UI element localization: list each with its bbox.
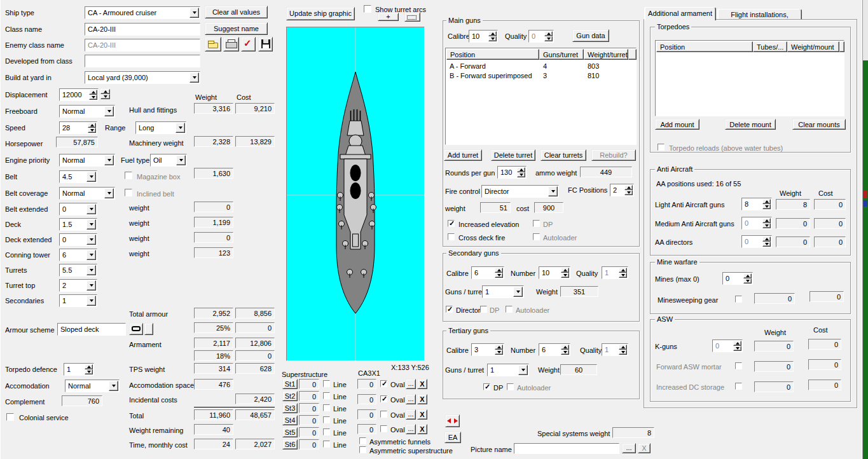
chevron-down-icon[interactable] xyxy=(86,235,96,245)
chevron-down-icon[interactable] xyxy=(189,72,199,83)
oval3-delete-button[interactable]: X xyxy=(417,409,427,420)
minesweeping-checkbox[interactable] xyxy=(735,296,742,303)
chevron-down-icon[interactable] xyxy=(513,287,523,297)
belt-extended-combo[interactable]: 0 xyxy=(59,203,97,216)
clear-turrets-button[interactable]: Clear turrets xyxy=(541,149,586,161)
st1-button[interactable]: St1 xyxy=(282,379,298,389)
st4-field[interactable]: 0 xyxy=(299,415,319,425)
st6-line-checkbox[interactable] xyxy=(323,441,330,448)
sec-quality-spinner[interactable]: 1 xyxy=(602,266,628,279)
oval3-checkbox[interactable] xyxy=(380,411,387,418)
medium-aa-spinner[interactable]: 0 xyxy=(741,217,772,230)
st6-button[interactable]: St6 xyxy=(282,439,298,449)
chevron-down-icon[interactable] xyxy=(518,365,528,375)
turret-row-weight[interactable]: 810 xyxy=(588,72,599,79)
gun-data-button[interactable]: Gun data xyxy=(572,29,609,42)
armour-scheme-blank-button[interactable] xyxy=(144,323,153,335)
spin-down-icon[interactable] xyxy=(488,36,497,41)
spin-down-icon[interactable] xyxy=(762,223,771,228)
armour-scheme-input[interactable]: Sloped deck xyxy=(57,323,126,336)
tab-flight-installations[interactable]: Flight installations, missiles xyxy=(717,9,802,19)
sec-autoloader-checkbox[interactable] xyxy=(506,306,513,313)
suggest-name-button[interactable]: Suggest name xyxy=(205,22,268,35)
chevron-down-icon[interactable] xyxy=(86,219,96,230)
turret-row-position[interactable]: B - Forward superimposed xyxy=(450,72,532,79)
armour-scheme-picker-button[interactable] xyxy=(129,323,143,335)
save-button[interactable] xyxy=(258,37,273,51)
freeboard-combo[interactable]: Normal xyxy=(59,105,115,118)
sec-calibre-spinner[interactable]: 6 xyxy=(471,266,504,279)
ter-calibre-spinner[interactable]: 3 xyxy=(471,343,504,356)
torp-col-tubes-header[interactable]: Tubes/... xyxy=(753,41,787,52)
selection-rect-button[interactable] xyxy=(404,12,420,22)
main-dp-checkbox[interactable] xyxy=(533,220,540,227)
spin-down-icon[interactable] xyxy=(561,273,569,278)
chevron-down-icon[interactable] xyxy=(189,8,199,18)
chevron-down-icon[interactable] xyxy=(86,204,96,214)
main-autoloader-checkbox[interactable] xyxy=(533,233,540,240)
oval4-browse-button[interactable]: ... xyxy=(406,424,416,434)
spin-up-icon[interactable] xyxy=(762,236,771,242)
torp-col-position-header[interactable]: Position xyxy=(656,41,753,52)
tab-additional-armament[interactable]: Additional armament xyxy=(644,7,716,20)
chevron-down-icon[interactable] xyxy=(86,172,96,182)
turret-top-combo[interactable]: 2 xyxy=(59,279,97,292)
light-aa-spinner[interactable]: 8 xyxy=(741,198,772,210)
oval2-delete-button[interactable]: X xyxy=(417,394,427,404)
enemy-class-input[interactable]: CA-20-III xyxy=(85,39,200,51)
engine-priority-combo[interactable]: Normal xyxy=(59,154,115,167)
spin-down-icon[interactable] xyxy=(762,242,771,247)
st2-field[interactable]: 0 xyxy=(299,391,319,401)
flip-graphic-button[interactable] xyxy=(445,414,460,427)
st5-button[interactable]: St5 xyxy=(282,427,298,437)
picture-name-input[interactable] xyxy=(514,443,619,454)
asymmetric-funnels-checkbox[interactable] xyxy=(359,437,366,444)
fuel-type-combo[interactable]: Oil xyxy=(150,154,187,167)
st4-button[interactable]: St4 xyxy=(282,415,298,425)
spin-down-icon[interactable] xyxy=(624,190,633,195)
chevron-down-icon[interactable] xyxy=(104,155,114,165)
add-mount-button[interactable]: Add mount xyxy=(655,119,699,130)
displacement-fine-spinner[interactable] xyxy=(100,88,110,101)
build-yard-combo[interactable]: Local yard (39,000) xyxy=(85,71,200,84)
turret-row-guns[interactable]: 3 xyxy=(543,72,547,79)
belt-coverage-combo[interactable]: Normal xyxy=(59,187,115,200)
spin-up-icon[interactable] xyxy=(619,268,627,273)
oval1-browse-button[interactable]: ... xyxy=(406,379,416,389)
open-file-button[interactable] xyxy=(205,37,221,51)
delete-mount-button[interactable]: Delete mount xyxy=(725,119,776,130)
spin-up-icon[interactable] xyxy=(517,167,525,172)
oval2-checkbox[interactable] xyxy=(380,395,387,402)
spin-down-icon[interactable] xyxy=(495,273,503,278)
torpedo-mounts-list[interactable]: Position Tubes/... Weight/mount xyxy=(655,40,844,116)
st2-button[interactable]: St2 xyxy=(282,391,298,401)
chevron-down-icon[interactable] xyxy=(104,106,114,116)
col-position-header[interactable]: Position xyxy=(446,49,539,60)
print-button[interactable] xyxy=(223,37,239,51)
chevron-down-icon[interactable] xyxy=(104,188,114,198)
chevron-down-icon[interactable] xyxy=(548,186,558,196)
st6-field[interactable]: 0 xyxy=(299,439,319,449)
spin-down-icon[interactable] xyxy=(743,278,752,284)
ship-type-combo[interactable]: CA - Armoured cruiser xyxy=(85,6,200,19)
ship-canvas[interactable] xyxy=(286,27,425,361)
oval3-field[interactable]: 0 xyxy=(357,409,376,420)
st3-line-checkbox[interactable] xyxy=(323,404,330,411)
sec-dp-checkbox[interactable] xyxy=(480,306,487,313)
increased-dc-storage-checkbox[interactable] xyxy=(735,383,742,390)
show-turret-arcs-checkbox[interactable] xyxy=(364,5,371,13)
spin-up-icon[interactable] xyxy=(624,185,633,190)
zoom-plus-button[interactable]: + xyxy=(378,13,399,21)
belt-combo[interactable]: 4.5 xyxy=(59,170,97,183)
oval1-delete-button[interactable]: X xyxy=(417,379,427,389)
ter-dp-checkbox[interactable] xyxy=(483,383,490,390)
spin-down-icon[interactable] xyxy=(762,204,771,209)
spin-up-icon[interactable] xyxy=(544,31,553,36)
clear-all-values-button[interactable]: Clear all values xyxy=(205,6,268,18)
main-guns-list[interactable]: Position Guns/turret Weight/turret A - F… xyxy=(445,48,637,145)
displacement-spinner[interactable]: 12000 xyxy=(59,88,99,101)
range-combo[interactable]: Long xyxy=(135,121,186,134)
clear-mounts-button[interactable]: Clear mounts xyxy=(792,119,846,130)
st3-button[interactable]: St3 xyxy=(282,403,298,413)
add-turret-button[interactable]: Add turret xyxy=(444,149,482,161)
